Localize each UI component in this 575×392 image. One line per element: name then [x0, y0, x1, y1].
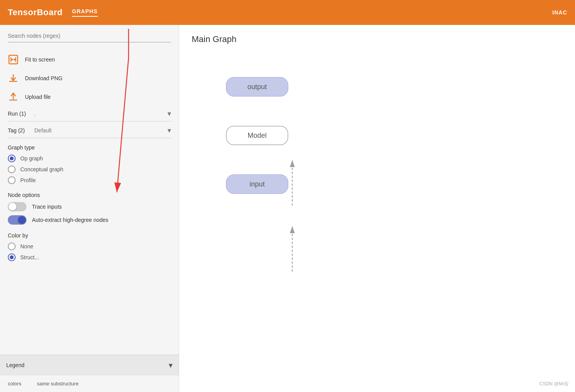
radio-conceptual-label: Conceptual graph — [20, 166, 63, 172]
color-none-label: None — [20, 243, 33, 250]
color-struct-dot — [10, 255, 14, 259]
app-logo: TensorBoard — [8, 7, 63, 18]
main-layout: Fit to screen Download PNG — [0, 25, 575, 392]
fit-to-screen-icon — [8, 54, 19, 65]
auto-extract-row: Auto-extract high-degree nodes — [8, 215, 171, 225]
header-user: INAC — [552, 9, 567, 16]
auto-extract-knob — [18, 216, 26, 224]
run-dropdown[interactable]: Run (1) . ▾ — [8, 106, 171, 121]
tag-dropdown-arrow: ▾ — [168, 126, 171, 135]
legend-bar[interactable]: Legend ▾ — [0, 355, 179, 375]
radio-conceptual-graph[interactable]: Conceptual graph — [8, 165, 171, 173]
legend-label: Legend — [6, 362, 25, 368]
download-png-button[interactable]: Download PNG — [8, 69, 171, 88]
graph-area: Main Graph output Model — [179, 25, 575, 392]
upload-file-button[interactable]: Upload file — [8, 88, 171, 106]
footer-substructure: same substructure — [37, 381, 79, 387]
color-struct-circle — [8, 253, 16, 261]
radio-profile-circle — [8, 176, 16, 184]
color-none-circle — [8, 243, 16, 250]
node-output[interactable]: output — [226, 77, 288, 97]
fit-to-screen-label: Fit to screen — [25, 56, 55, 63]
radio-profile-label: Profile — [20, 177, 36, 183]
auto-extract-toggle[interactable] — [8, 215, 26, 225]
sidebar-scroll: Fit to screen Download PNG — [0, 25, 179, 355]
node-model[interactable]: Model — [226, 126, 288, 145]
upload-icon — [8, 91, 19, 102]
trace-inputs-knob — [9, 203, 16, 211]
color-none-radio[interactable]: None — [8, 243, 171, 250]
color-by-title: Color by — [8, 232, 171, 239]
run-dropdown-arrow: ▾ — [168, 109, 171, 118]
search-input[interactable] — [8, 31, 171, 42]
graph-title: Main Graph — [179, 25, 575, 54]
radio-op-graph-label: Op graph — [20, 155, 43, 162]
color-struct-radio[interactable]: Struct... — [8, 253, 171, 261]
tag-value: Default — [31, 127, 168, 134]
legend-arrow-icon: ▾ — [169, 360, 173, 370]
node-model-label: Model — [247, 132, 266, 140]
download-icon — [8, 73, 19, 84]
header-left: TensorBoard GRAPHS — [8, 7, 98, 18]
tag-label: Tag (2) — [8, 127, 31, 134]
trace-inputs-row: Trace inputs — [8, 202, 171, 211]
watermark: CSDN @Mr应 — [539, 381, 569, 387]
radio-profile[interactable]: Profile — [8, 176, 171, 184]
node-options-title: Node options — [8, 192, 171, 198]
auto-extract-label: Auto-extract high-degree nodes — [32, 217, 108, 223]
node-input[interactable]: input — [226, 174, 288, 194]
graph-canvas: output Model input — [179, 54, 575, 392]
nav-graphs[interactable]: GRAPHS — [72, 8, 98, 17]
radio-op-graph-circle — [8, 155, 16, 162]
trace-inputs-toggle[interactable] — [8, 202, 26, 211]
run-label: Run (1) — [8, 111, 31, 117]
radio-op-graph[interactable]: Op graph — [8, 155, 171, 162]
radio-conceptual-circle — [8, 165, 16, 173]
run-value: . — [31, 111, 168, 117]
search-box — [8, 31, 171, 42]
graph-type-title: Graph type — [8, 144, 171, 151]
tag-dropdown[interactable]: Tag (2) Default ▾ — [8, 123, 171, 138]
trace-inputs-label: Trace inputs — [32, 204, 62, 210]
footer-colors: colors — [8, 381, 21, 387]
sidebar: Fit to screen Download PNG — [0, 25, 179, 392]
node-output-label: output — [247, 83, 267, 91]
header: TensorBoard GRAPHS INAC — [0, 0, 575, 25]
graph-type-group: Op graph Conceptual graph Profile — [8, 155, 171, 184]
download-png-label: Download PNG — [25, 75, 63, 81]
footer-bar: colors same substructure — [0, 375, 179, 392]
svg-rect-0 — [9, 55, 18, 64]
node-input-label: input — [249, 180, 265, 188]
fit-to-screen-button[interactable]: Fit to screen — [8, 50, 171, 69]
color-struct-label: Struct... — [20, 254, 39, 260]
radio-op-graph-dot — [10, 156, 14, 160]
upload-file-label: Upload file — [25, 94, 51, 100]
graph-arrows-svg — [179, 54, 575, 392]
